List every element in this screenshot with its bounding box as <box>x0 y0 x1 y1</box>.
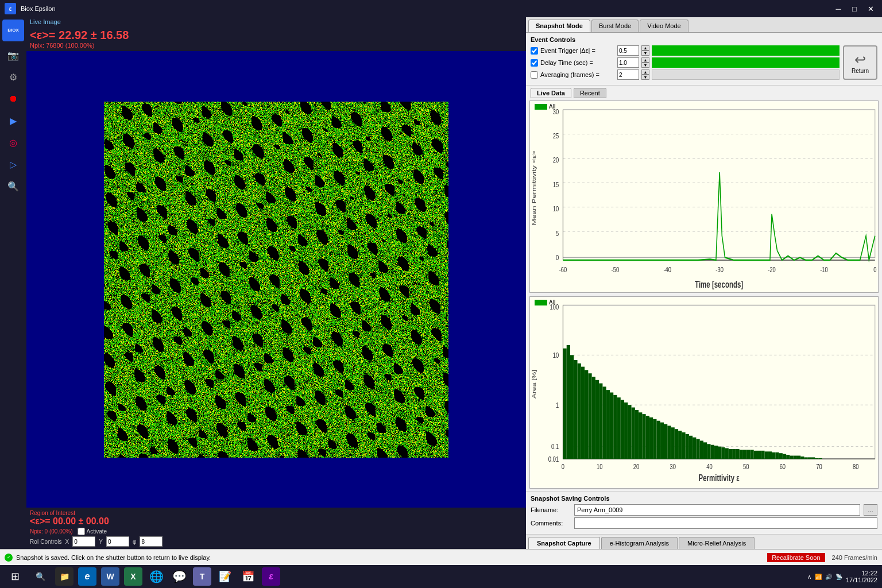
return-arrow-icon: ↩ <box>854 52 866 68</box>
svg-text:1: 1 <box>556 401 559 409</box>
hist-chart: All 100 10 1 0.1 <box>529 296 879 489</box>
averaging-up-btn[interactable]: ▲ <box>641 69 649 75</box>
svg-text:50: 50 <box>743 462 749 470</box>
snapshot-mode-tab[interactable]: Snapshot Mode <box>528 20 590 32</box>
edge-taskbar-icon[interactable]: e <box>78 567 96 586</box>
system-clock[interactable]: 12:22 17/11/2022 <box>846 570 877 583</box>
maximize-button[interactable]: □ <box>848 3 861 14</box>
svg-rect-74 <box>664 424 667 459</box>
status-bar: ✓ Snapshot is saved. Click on the shutte… <box>0 549 882 565</box>
zoom-button[interactable]: 🔍 <box>3 176 24 196</box>
svg-rect-102 <box>765 451 768 459</box>
epsilon-taskbar-icon[interactable]: ε <box>262 567 280 586</box>
svg-rect-60 <box>613 395 617 459</box>
close-button[interactable]: ✕ <box>864 3 877 14</box>
delay-up-btn[interactable]: ▲ <box>641 57 649 63</box>
windows-start-button[interactable]: ⊞ <box>5 566 25 587</box>
snapshot-saving-title: Snapshot Saving Controls <box>531 495 877 502</box>
chrome-taskbar-icon[interactable]: 🌐 <box>147 567 165 586</box>
delay-down-btn[interactable]: ▼ <box>641 63 649 68</box>
svg-text:40: 40 <box>706 462 712 470</box>
comments-input[interactable] <box>574 517 877 529</box>
teams-taskbar-icon[interactable]: T <box>193 567 211 586</box>
roi-phi-input[interactable] <box>140 536 163 547</box>
calendar-taskbar-icon[interactable]: 📅 <box>239 567 257 586</box>
roi-x-input[interactable] <box>72 536 95 547</box>
tray-wifi: 📡 <box>835 574 842 580</box>
window-controls: ─ □ ✕ <box>831 3 877 14</box>
svg-rect-81 <box>689 436 693 459</box>
trigger-bar <box>652 45 840 56</box>
averaging-value-input[interactable] <box>617 69 639 80</box>
snapshot-saving-controls: Snapshot Saving Controls Filename: ... C… <box>526 491 882 534</box>
recent-tab[interactable]: Recent <box>574 88 606 98</box>
histogram-analysis-tab[interactable]: e-Histogram Analysis <box>601 537 678 549</box>
svg-text:-10: -10 <box>820 265 828 273</box>
roi-coords: RoI Controls X Y φ <box>30 536 523 547</box>
browse-button[interactable]: ... <box>864 504 877 516</box>
svg-rect-62 <box>621 400 624 459</box>
time-chart-svg: 0 5 10 15 20 25 30 -60 -50 -40 -30 -20 -… <box>530 101 878 292</box>
svg-text:15: 15 <box>553 180 559 188</box>
filename-input[interactable] <box>574 504 860 516</box>
left-sidebar: BIOX 📷 ⚙ ⏺ ▶ ◎ ▷ 🔍 <box>0 17 26 549</box>
averaging-spinner[interactable]: ▲ ▼ <box>641 69 649 80</box>
delay-value-input[interactable] <box>617 57 639 68</box>
svg-rect-69 <box>646 416 649 459</box>
trigger-up-btn[interactable]: ▲ <box>641 45 649 51</box>
svg-rect-98 <box>750 450 753 459</box>
status-left: ✓ Snapshot is saved. Click on the shutte… <box>5 554 211 562</box>
snapshot-capture-tab[interactable]: Snapshot Capture <box>528 537 600 549</box>
record-button[interactable]: ⏺ <box>3 88 24 109</box>
return-button[interactable]: ↩ Return <box>843 45 877 80</box>
activate-input[interactable] <box>78 528 85 535</box>
delay-checkbox[interactable] <box>531 59 538 67</box>
arrow-right-2-button[interactable]: ▷ <box>3 154 24 175</box>
trigger-checkbox[interactable] <box>531 47 538 55</box>
camera-button[interactable]: 📷 <box>3 45 24 65</box>
minimize-button[interactable]: ─ <box>831 3 845 14</box>
word-taskbar-icon[interactable]: W <box>101 567 119 586</box>
delay-spinner[interactable]: ▲ ▼ <box>641 57 649 68</box>
averaging-down-btn[interactable]: ▼ <box>641 75 649 80</box>
svg-rect-106 <box>779 453 783 459</box>
arrow-right-button[interactable]: ▶ <box>3 110 24 131</box>
activate-checkbox[interactable]: Activate <box>78 528 107 535</box>
svg-rect-58 <box>606 390 610 459</box>
file-explorer-icon[interactable]: 📁 <box>55 567 74 586</box>
chart-container: All 0 5 10 <box>526 98 882 491</box>
filename-row: Filename: ... <box>531 504 877 516</box>
svg-rect-55 <box>595 380 599 459</box>
svg-rect-75 <box>667 425 671 459</box>
roi-y-input[interactable] <box>106 536 129 547</box>
video-mode-tab[interactable]: Video Mode <box>640 20 688 32</box>
whatsapp-taskbar-icon[interactable]: 💬 <box>170 567 188 586</box>
trigger-spinner[interactable]: ▲ ▼ <box>641 45 649 56</box>
svg-rect-99 <box>754 451 757 459</box>
svg-rect-107 <box>783 454 786 459</box>
right-panel: Snapshot Mode Burst Mode Video Mode Even… <box>526 17 882 549</box>
recalibrate-button[interactable]: Recalibrate Soon <box>767 553 825 562</box>
excel-taskbar-icon[interactable]: X <box>124 567 142 586</box>
trigger-down-btn[interactable]: ▼ <box>641 51 649 56</box>
trigger-value-input[interactable] <box>617 45 639 56</box>
burst-mode-tab[interactable]: Burst Mode <box>591 20 639 32</box>
status-message: Snapshot is saved. Click on the shutter … <box>16 554 211 561</box>
tray-arrow[interactable]: ∧ <box>807 574 811 580</box>
notepad-taskbar-icon[interactable]: 📝 <box>216 567 234 586</box>
search-taskbar-button[interactable]: 🔍 <box>30 566 51 587</box>
averaging-checkbox[interactable] <box>531 71 538 79</box>
svg-rect-66 <box>635 410 639 459</box>
svg-text:5: 5 <box>556 229 559 237</box>
svg-rect-113 <box>804 457 807 459</box>
comments-row: Comments: <box>531 517 877 529</box>
roi-label: Region of Interest <box>30 510 523 516</box>
settings-button[interactable]: ⚙ <box>3 67 24 87</box>
ring-button[interactable]: ◎ <box>3 132 24 153</box>
live-data-tab[interactable]: Live Data <box>531 88 571 98</box>
microstructure-image <box>104 102 448 458</box>
svg-rect-57 <box>602 386 606 459</box>
svg-rect-61 <box>617 397 621 459</box>
svg-text:-60: -60 <box>559 265 567 273</box>
micro-relief-tab[interactable]: Micro-Relief Analysis <box>679 537 755 549</box>
